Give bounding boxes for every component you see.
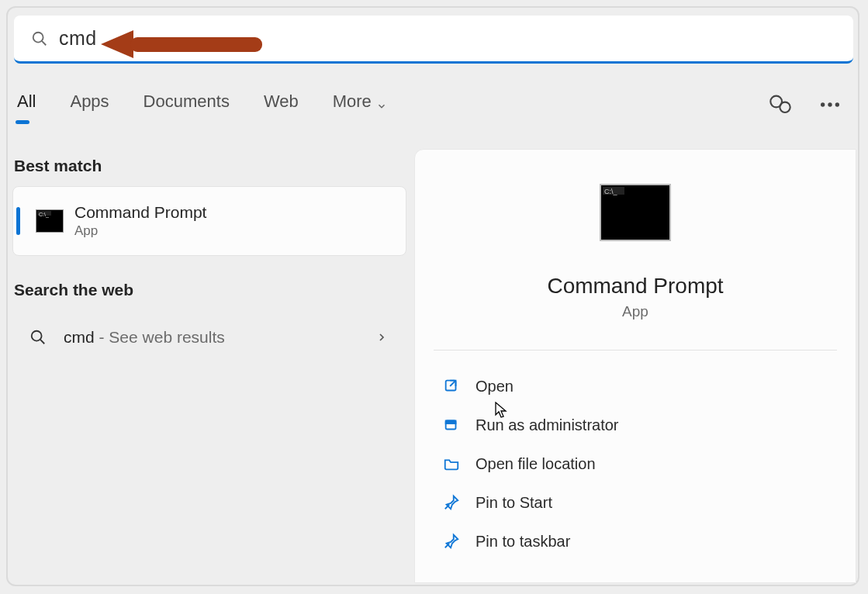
tab-label: Documents	[144, 92, 230, 112]
search-input[interactable]	[59, 27, 680, 50]
pin-icon	[443, 494, 460, 511]
svg-line-1	[42, 40, 46, 44]
preview-pane: C:\_ Command Prompt App Open Run as admi…	[414, 149, 856, 583]
svg-point-8	[835, 102, 839, 106]
pin-icon	[443, 533, 460, 550]
action-label: Run as administrator	[475, 416, 619, 434]
svg-point-5	[780, 102, 790, 112]
action-label: Open	[475, 378, 514, 395]
tab-documents[interactable]: Documents	[142, 88, 231, 121]
action-pin-to-start[interactable]: Pin to Start	[434, 484, 837, 521]
cmd-app-large-icon: C:\_	[600, 184, 671, 241]
search-icon	[31, 30, 48, 47]
svg-line-12	[450, 381, 455, 386]
tab-label: All	[17, 92, 36, 112]
tab-all[interactable]: All	[16, 88, 37, 121]
tab-more[interactable]: More	[331, 88, 389, 121]
selection-indicator	[16, 207, 20, 235]
search-bar[interactable]	[14, 16, 853, 64]
chevron-right-icon	[375, 331, 388, 344]
svg-point-7	[828, 102, 832, 106]
svg-point-9	[32, 331, 42, 341]
action-label: Open file location	[475, 455, 596, 473]
results-left-column: Best match C:\_ Command Prompt App Searc…	[12, 149, 406, 360]
web-result-label: cmd - See web results	[64, 328, 225, 347]
section-search-web-title: Search the web	[12, 273, 406, 310]
cmd-app-thumb-icon: C:\_	[36, 209, 64, 233]
action-label: Pin to Start	[475, 494, 552, 512]
search-icon	[29, 329, 47, 346]
best-match-result[interactable]: C:\_ Command Prompt App	[12, 186, 406, 256]
section-best-match-title: Best match	[12, 149, 406, 186]
tab-label: Web	[264, 92, 299, 112]
web-result-term: cmd	[64, 328, 95, 346]
chat-icon[interactable]	[768, 92, 793, 117]
tab-label: More	[333, 92, 372, 112]
web-result-item[interactable]: cmd - See web results	[12, 315, 406, 360]
svg-point-0	[33, 32, 43, 42]
folder-icon	[443, 455, 460, 472]
action-open[interactable]: Open	[434, 368, 837, 405]
tab-web[interactable]: Web	[262, 88, 300, 121]
result-title: Command Prompt	[74, 203, 206, 222]
chevron-down-icon	[376, 96, 387, 107]
divider	[434, 350, 837, 351]
action-pin-to-taskbar[interactable]: Pin to taskbar	[434, 523, 837, 560]
action-run-as-admin[interactable]: Run as administrator	[434, 406, 837, 444]
svg-rect-14	[446, 421, 456, 424]
filter-tabs-row: All Apps Documents Web More	[14, 79, 853, 130]
search-flyout-window: All Apps Documents Web More Best match C	[6, 6, 859, 586]
result-subtitle: App	[74, 223, 206, 239]
svg-line-10	[40, 340, 44, 344]
result-texts: Command Prompt App	[74, 203, 206, 239]
svg-point-6	[821, 102, 825, 106]
web-result-hint: - See web results	[95, 328, 225, 346]
open-external-icon	[443, 378, 460, 395]
preview-subtitle: App	[622, 303, 648, 320]
action-label: Pin to taskbar	[475, 533, 570, 551]
tab-apps[interactable]: Apps	[68, 88, 110, 121]
preview-title: Command Prompt	[547, 274, 723, 299]
action-open-file-location[interactable]: Open file location	[434, 445, 837, 482]
preview-actions: Open Run as administrator Open file loca…	[434, 368, 837, 560]
shield-app-icon	[443, 416, 460, 433]
tab-label: Apps	[70, 92, 109, 112]
more-options-icon[interactable]	[818, 92, 842, 117]
